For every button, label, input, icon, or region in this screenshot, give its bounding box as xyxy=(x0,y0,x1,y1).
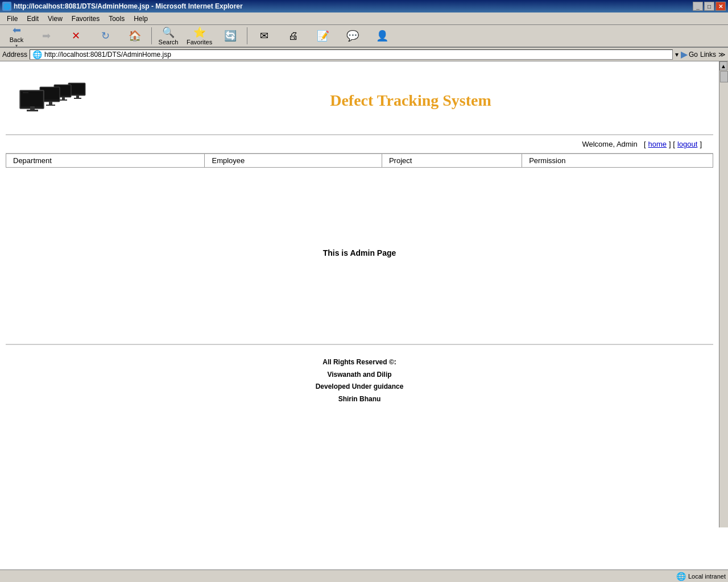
favorites-button[interactable]: ⭐ Favorites xyxy=(184,26,215,46)
svg-rect-3 xyxy=(74,98,81,99)
media-icon: 🔄 xyxy=(224,30,237,42)
stop-button[interactable]: ✕ xyxy=(61,26,90,46)
address-label: Address xyxy=(2,51,27,59)
print-button[interactable]: 🖨 xyxy=(279,26,308,46)
edit-icon: 📝 xyxy=(317,30,329,42)
browser-content: Defect Tracking System Welcome, Admin [ … xyxy=(0,61,728,527)
scroll-thumb[interactable] xyxy=(720,71,728,82)
menu-help[interactable]: Help xyxy=(129,14,152,24)
home-link[interactable]: home xyxy=(648,140,667,148)
footer-line1: All Rights Reserved ©: xyxy=(11,356,708,369)
minimize-button[interactable]: _ xyxy=(693,2,703,11)
svg-rect-16 xyxy=(27,110,38,111)
svg-rect-13 xyxy=(21,92,43,106)
bracket-open: [ xyxy=(640,140,646,148)
mail-button[interactable]: ✉ xyxy=(250,26,278,46)
toolbar-separator-1 xyxy=(151,27,152,44)
nav-project[interactable]: Project xyxy=(382,154,522,168)
logo-area xyxy=(17,74,119,127)
page-icon: 🌐 xyxy=(32,50,42,59)
restore-button[interactable]: □ xyxy=(704,2,714,11)
nav-table: Department Employee Project Permission xyxy=(6,153,713,168)
menu-bar: File Edit View Favorites Tools Help xyxy=(0,13,728,25)
menu-file[interactable]: File xyxy=(2,14,22,24)
links-dropdown-icon[interactable]: ≫ xyxy=(718,51,726,59)
monitors-logo xyxy=(17,74,114,126)
nav-row: Department Employee Project Permission xyxy=(6,154,713,168)
back-dropdown-icon: ▾ xyxy=(15,43,18,48)
search-button[interactable]: 🔍 Search xyxy=(154,26,183,46)
home-button[interactable]: 🏠 xyxy=(121,26,149,46)
header-section: Defect Tracking System xyxy=(6,67,713,135)
address-input-container[interactable]: 🌐 http://localhost:8081/DTS/AdminHome.js… xyxy=(30,49,673,60)
svg-rect-7 xyxy=(60,99,67,101)
title-bar: 🌐 http://localhost:8081/DTS/AdminHome.js… xyxy=(0,0,728,13)
nav-department[interactable]: Department xyxy=(6,154,205,168)
bracket-close: ] xyxy=(700,140,702,148)
footer-line3: Developed Under guidance xyxy=(11,381,708,393)
svg-rect-6 xyxy=(62,97,65,99)
address-bar: Address 🌐 http://localhost:8081/DTS/Admi… xyxy=(0,48,728,61)
nav-permission[interactable]: Permission xyxy=(522,154,713,168)
menu-edit[interactable]: Edit xyxy=(22,14,43,24)
favorites-label: Favorites xyxy=(187,39,212,45)
url-text: http://localhost:8081/DTS/AdminHome.jsp xyxy=(44,51,171,59)
back-label: Back xyxy=(10,36,23,43)
footer-line2: Viswanath and Dilip xyxy=(11,369,708,381)
menu-view[interactable]: View xyxy=(43,14,67,24)
home-icon: 🏠 xyxy=(129,30,141,42)
messenger-icon: 👤 xyxy=(376,30,388,42)
vertical-scrollbar[interactable]: ▲ xyxy=(719,61,728,527)
media-button[interactable]: 🔄 xyxy=(216,26,245,46)
refresh-button[interactable]: ↻ xyxy=(91,26,119,46)
links-button[interactable]: Links xyxy=(700,51,716,59)
menu-tools[interactable]: Tools xyxy=(104,14,129,24)
go-arrow-icon: ▶ xyxy=(681,49,688,60)
logout-link[interactable]: logout xyxy=(677,140,697,148)
discuss-button[interactable]: 💬 xyxy=(338,26,367,46)
search-icon: 🔍 xyxy=(162,26,175,39)
footer-divider xyxy=(6,344,713,345)
toolbar: ⬅ Back ▾ ➡ ✕ ↻ 🏠 🔍 Search ⭐ Favorites 🔄 … xyxy=(0,25,728,48)
app-title: Defect Tracking System xyxy=(119,92,702,110)
address-dropdown-icon[interactable]: ▾ xyxy=(675,51,679,59)
discuss-icon: 💬 xyxy=(346,30,359,42)
print-icon: 🖨 xyxy=(288,30,299,42)
mail-icon: ✉ xyxy=(260,30,268,42)
stop-icon: ✕ xyxy=(72,30,80,42)
toolbar-separator-2 xyxy=(247,27,247,44)
svg-rect-10 xyxy=(49,102,52,105)
nav-employee[interactable]: Employee xyxy=(205,154,382,168)
favorites-icon: ⭐ xyxy=(193,26,206,39)
window-title: http://localhost:8081/DTS/AdminHome.jsp … xyxy=(14,2,243,10)
menu-favorites[interactable]: Favorites xyxy=(67,14,104,24)
search-label: Search xyxy=(159,39,179,45)
app-icon: 🌐 xyxy=(2,2,11,11)
admin-page-text: This is Admin Page xyxy=(323,248,396,257)
main-body: This is Admin Page xyxy=(6,168,713,338)
go-button[interactable]: ▶ Go xyxy=(681,49,698,60)
go-label: Go xyxy=(689,51,698,59)
footer-line4: Shirin Bhanu xyxy=(11,393,708,406)
svg-rect-2 xyxy=(76,95,79,98)
bracket-mid: ] [ xyxy=(669,140,675,148)
footer: All Rights Reserved ©: Viswanath and Dil… xyxy=(6,351,713,411)
svg-rect-11 xyxy=(46,105,55,106)
page-content: Defect Tracking System Welcome, Admin [ … xyxy=(0,61,719,417)
svg-rect-15 xyxy=(30,106,35,110)
close-button[interactable]: ✕ xyxy=(715,2,726,11)
welcome-bar: Welcome, Admin [ home ] [ logout ] xyxy=(6,135,713,153)
messenger-button[interactable]: 👤 xyxy=(368,26,396,46)
refresh-icon: ↻ xyxy=(101,30,110,42)
welcome-text: Welcome, Admin xyxy=(582,140,637,148)
app-title-area: Defect Tracking System xyxy=(119,92,702,110)
scroll-up-arrow[interactable]: ▲ xyxy=(719,61,727,70)
forward-button[interactable]: ➡ xyxy=(32,26,60,46)
back-button[interactable]: ⬅ Back ▾ xyxy=(2,26,31,46)
back-icon: ⬅ xyxy=(13,24,21,36)
forward-icon: ➡ xyxy=(42,30,51,42)
edit-button[interactable]: 📝 xyxy=(309,26,337,46)
